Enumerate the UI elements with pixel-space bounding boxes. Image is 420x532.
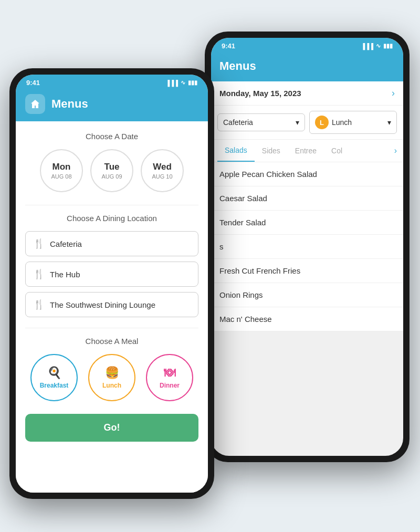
lunch-label: Lunch: [102, 382, 121, 389]
menu-item-2[interactable]: Caesar Salad: [211, 186, 403, 211]
phone2-menu-list: Apple Pecan Chicken Salad Caesar Salad T…: [211, 162, 403, 331]
phone-1: 9:41 ▐▐▐ ∿ ▮▮▮ Menus Choose A Date Mon: [9, 68, 214, 499]
date-tue-date: AUG 09: [101, 173, 122, 180]
phone2-header-title: Menus: [219, 56, 395, 74]
lunch-icon: 🍔: [105, 366, 119, 380]
phone2-location-text: Cafeteria: [223, 118, 253, 127]
location-icon-1: 🍴: [33, 238, 45, 249]
menu-item-5[interactable]: Fresh Cut French Fries: [211, 259, 403, 283]
phone2-date-text: Monday, May 15, 2023: [219, 89, 301, 98]
phone2-meal-selector[interactable]: L Lunch ▾: [309, 111, 397, 134]
phone2-meal-badge: L: [315, 116, 329, 129]
breakfast-icon: 🍳: [47, 366, 61, 380]
menu-item-3[interactable]: Tender Salad: [211, 211, 403, 235]
location-hub-label: The Hub: [50, 270, 80, 279]
date-wed-date: AUG 10: [152, 173, 172, 180]
menu-item-6[interactable]: Onion Rings: [211, 283, 403, 307]
date-mon-day: Mon: [52, 162, 71, 172]
dinner-icon: 🍽: [164, 366, 175, 380]
divider-1: [25, 205, 198, 205]
date-wed-day: Wed: [153, 162, 172, 172]
phone1-header-title: Menus: [51, 97, 88, 111]
phone2-date-arrow[interactable]: ›: [392, 88, 395, 99]
location-cafeteria-label: Cafeteria: [50, 239, 82, 248]
date-circle-mon[interactable]: Mon AUG 08: [40, 149, 83, 192]
phone1-content: Choose A Date Mon AUG 08 Tue AUG 09 Wed …: [16, 121, 208, 493]
location-cafeteria[interactable]: 🍴 Cafeteria: [25, 231, 198, 256]
date-mon-date: AUG 08: [51, 173, 71, 180]
date-circle-tue[interactable]: Tue AUG 09: [90, 149, 133, 192]
location-hub[interactable]: 🍴 The Hub: [25, 262, 198, 287]
meal-breakfast[interactable]: 🍳 Breakfast: [30, 354, 78, 401]
breakfast-label: Breakfast: [40, 382, 69, 389]
phone2-tabs-arrow[interactable]: ›: [394, 146, 397, 155]
go-button[interactable]: Go!: [25, 414, 198, 442]
phone1-wifi-icon: ∿: [181, 79, 185, 86]
phone1-home-icon: [25, 94, 45, 114]
meal-circles: 🍳 Breakfast 🍔 Lunch 🍽 Dinner: [25, 354, 198, 401]
dinner-label: Dinner: [160, 382, 180, 389]
phone2-location-chevron: ▾: [296, 118, 299, 127]
dining-section: Choose A Dining Location 🍴 Cafeteria 🍴 T…: [25, 214, 198, 317]
phone2-meal-text: Lunch: [332, 118, 352, 127]
phone2-selectors: Cafeteria ▾ L Lunch ▾: [211, 106, 403, 140]
phone1-screen: 9:41 ▐▐▐ ∿ ▮▮▮ Menus Choose A Date Mon: [16, 75, 208, 493]
phone1-signal-icon: ▐▐▐: [166, 80, 178, 86]
phone2-header: Menus: [211, 52, 403, 81]
meal-section: Choose A Meal 🍳 Breakfast 🍔 Lunch 🍽 Dinn…: [25, 337, 198, 401]
menu-item-7[interactable]: Mac n' Cheese: [211, 307, 403, 331]
location-icon-3: 🍴: [33, 299, 45, 310]
menu-item-1[interactable]: Apple Pecan Chicken Salad: [211, 162, 403, 186]
meal-dinner[interactable]: 🍽 Dinner: [146, 354, 193, 401]
date-circle-wed[interactable]: Wed AUG 10: [141, 149, 184, 192]
phone2-screen: 9:41 ▐▐▐ ∿ ▮▮▮ Menus Monday, May 15, 202…: [211, 38, 403, 456]
phone-2: 9:41 ▐▐▐ ∿ ▮▮▮ Menus Monday, May 15, 202…: [205, 32, 410, 462]
phone2-tab-salads[interactable]: Salads: [217, 140, 255, 162]
phone2-tab-col[interactable]: Col: [324, 140, 350, 161]
phone1-time: 9:41: [26, 79, 40, 87]
phone2-status-icons: ▐▐▐ ∿ ▮▮▮: [361, 43, 393, 49]
menu-item-4[interactable]: s: [211, 235, 403, 259]
phone2-tab-entree[interactable]: Entree: [288, 140, 324, 161]
phone1-status-icons: ▐▐▐ ∿ ▮▮▮: [166, 79, 197, 86]
location-southwest[interactable]: 🍴 The Southwest Dining Lounge: [25, 292, 198, 317]
choose-date-label: Choose A Date: [25, 132, 198, 141]
meal-lunch[interactable]: 🍔 Lunch: [88, 354, 135, 401]
phone2-status-bar: 9:41 ▐▐▐ ∿ ▮▮▮: [211, 38, 403, 52]
phone1-status-bar: 9:41 ▐▐▐ ∿ ▮▮▮: [16, 75, 208, 89]
phone2-location-selector[interactable]: Cafeteria ▾: [217, 113, 305, 131]
choose-location-label: Choose A Dining Location: [25, 214, 198, 223]
phone2-wifi-icon: ∿: [376, 43, 381, 49]
location-southwest-label: The Southwest Dining Lounge: [50, 300, 155, 309]
phone2-tab-sides[interactable]: Sides: [255, 140, 288, 161]
phone2-date-row[interactable]: Monday, May 15, 2023 ›: [211, 81, 403, 106]
phone2-tabs: Salads Sides Entree Col ›: [211, 140, 403, 162]
date-tue-day: Tue: [104, 162, 120, 172]
location-icon-2: 🍴: [33, 268, 45, 280]
choose-meal-label: Choose A Meal: [25, 337, 198, 346]
phone1-app-header: Menus: [16, 89, 208, 121]
phone2-meal-chevron: ▾: [387, 118, 391, 127]
divider-2: [25, 328, 198, 328]
phone2-time: 9:41: [222, 42, 235, 50]
phone1-battery-icon: ▮▮▮: [188, 79, 197, 86]
phone2-signal-icon: ▐▐▐: [361, 43, 373, 49]
phone2-battery-icon: ▮▮▮: [383, 43, 393, 49]
date-circles: Mon AUG 08 Tue AUG 09 Wed AUG 10: [25, 149, 198, 192]
